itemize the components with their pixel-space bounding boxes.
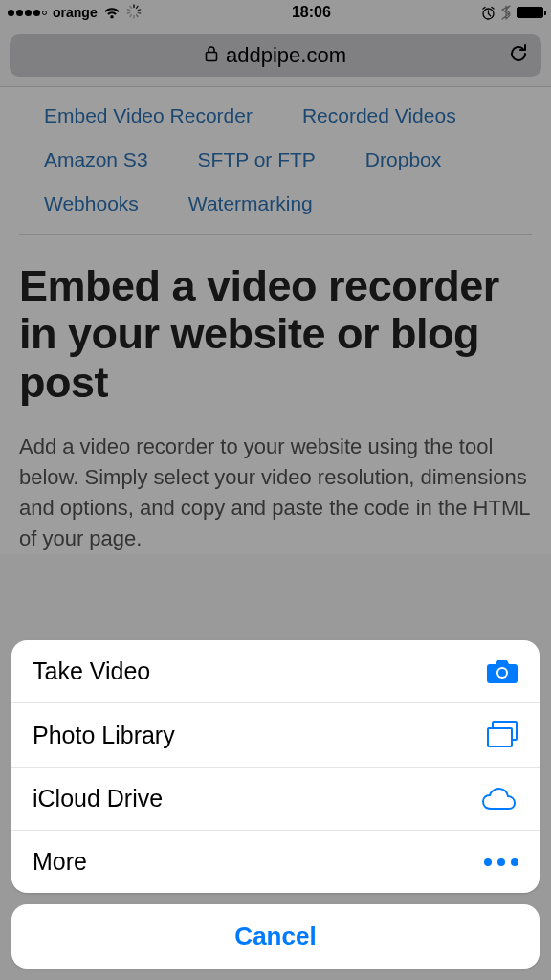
sheet-item-label: Photo Library <box>33 722 175 749</box>
sheet-item-icloud-drive[interactable]: iCloud Drive <box>11 767 540 830</box>
sheet-cancel-button[interactable]: Cancel <box>11 904 540 969</box>
sheet-item-take-video[interactable]: Take Video <box>11 640 540 702</box>
photo-library-icon <box>486 721 518 749</box>
sheet-item-photo-library[interactable]: Photo Library <box>11 702 540 767</box>
sheet-cancel-label: Cancel <box>234 922 316 950</box>
more-icon <box>484 858 518 866</box>
svg-rect-15 <box>488 728 512 746</box>
sheet-item-more[interactable]: More <box>11 830 540 893</box>
action-sheet-group: Take Video Photo Library iCloud Drive Mo… <box>11 640 540 893</box>
sheet-item-label: iCloud Drive <box>33 785 163 813</box>
svg-point-13 <box>498 669 506 677</box>
sheet-item-label: Take Video <box>33 657 150 685</box>
cloud-icon <box>480 787 518 812</box>
action-sheet: Take Video Photo Library iCloud Drive Mo… <box>11 640 540 969</box>
sheet-item-label: More <box>33 848 87 876</box>
camera-icon <box>486 659 518 684</box>
